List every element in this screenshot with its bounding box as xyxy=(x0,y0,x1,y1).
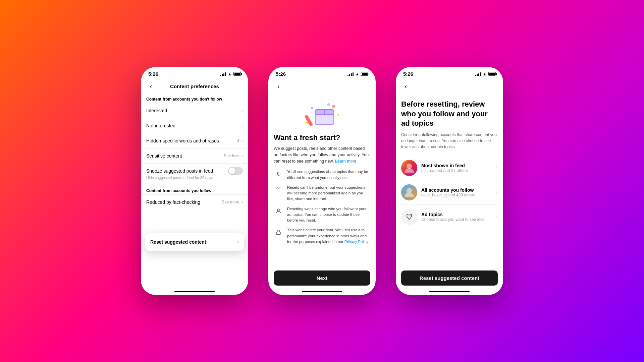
most-shown-info: Most shown in feed pia.in.a.pod and 27 o… xyxy=(421,163,496,173)
all-accounts-item[interactable]: All accounts you follow cake_baker_cj an… xyxy=(401,180,498,205)
chevron-icon-2: › xyxy=(241,123,243,128)
ad-topics-item[interactable]: Ad topics Choose topics you want to see … xyxy=(401,205,498,229)
nav-bar-2: ‹ xyxy=(268,79,376,94)
status-time-3: 5:26 xyxy=(403,71,413,77)
section1-header: Content from accounts you don't follow xyxy=(141,94,248,103)
ad-topics-name: Ad topics xyxy=(421,212,496,217)
hidden-words-right: 4 › xyxy=(237,138,243,143)
account-chevron-2: › xyxy=(496,189,498,195)
feature-text-3: Resetting won't change who you follow or… xyxy=(287,206,370,224)
next-button[interactable]: Next xyxy=(274,270,370,286)
status-bar-1: 5:26 ▲ xyxy=(141,67,248,79)
ad-topics-sub: Choose topics you want to see less xyxy=(421,217,496,222)
battery-icon-1 xyxy=(233,72,241,76)
svg-point-5 xyxy=(332,105,335,108)
all-accounts-sub: cake_baker_cj and 439 others xyxy=(421,193,496,197)
nav-bar-1: ‹ Content preferences xyxy=(141,79,248,94)
phone2-content: Want a fresh start? We suggest posts, re… xyxy=(268,94,376,291)
back-button-1[interactable]: ‹ xyxy=(146,81,156,91)
all-accounts-name: All accounts you follow xyxy=(421,187,496,193)
status-icons-2: ▲ xyxy=(347,72,368,76)
fresh-start-desc: We suggest posts, reels and other conten… xyxy=(274,145,370,164)
chevron-icon-4: › xyxy=(241,153,243,159)
wifi-icon-3: ▲ xyxy=(483,72,487,76)
svg-point-6 xyxy=(311,107,313,109)
signal-icon-3 xyxy=(475,72,481,76)
back-arrow-icon-2: ‹ xyxy=(277,83,280,89)
status-icons-3: ▲ xyxy=(475,72,496,76)
fresh-start-title: Want a fresh start? xyxy=(274,133,370,142)
feature-list: ↻ You'll see suggestions about topics th… xyxy=(274,169,370,266)
svg-point-9 xyxy=(277,209,279,211)
see-more-label: See more xyxy=(222,200,239,204)
fresh-start-illustration xyxy=(302,100,342,128)
home-indicator-2 xyxy=(302,291,342,292)
interested-right: › xyxy=(241,108,243,113)
privacy-policy-link[interactable]: Privacy Policy xyxy=(344,240,368,244)
wifi-icon-2: ▲ xyxy=(355,72,359,76)
chevron-icon-3: › xyxy=(241,138,243,143)
phone-2: 5:26 ▲ ‹ xyxy=(268,67,376,295)
chevron-icon: › xyxy=(241,108,243,113)
chevron-icon-6: › xyxy=(241,199,243,205)
learn-more-link[interactable]: Learn more. xyxy=(335,159,358,164)
phone3-content: Before resetting, review who you follow … xyxy=(396,94,503,291)
hidden-words-badge: 4 xyxy=(237,138,239,143)
snooze-item[interactable]: Snooze suggested posts in feed Hide sugg… xyxy=(141,163,248,183)
fact-checking-label: Reduced by fact-checking xyxy=(146,199,200,205)
status-bar-2: 5:26 ▲ xyxy=(268,67,376,79)
review-desc: Consider unfollowing accounts that share… xyxy=(401,132,498,150)
snooze-toggle[interactable] xyxy=(228,167,243,175)
reset-suggested-item[interactable]: Reset suggested content › xyxy=(145,233,244,251)
feature-text-1: You'll see suggestions about topics that… xyxy=(287,169,370,181)
lock-icon xyxy=(274,228,283,237)
status-icons-1: ▲ xyxy=(220,72,241,76)
back-button-2[interactable]: ‹ xyxy=(274,81,283,91)
status-time-1: 5:26 xyxy=(148,71,158,77)
svg-point-12 xyxy=(407,164,412,169)
snooze-label: Snooze suggested posts in feed xyxy=(146,168,213,174)
fact-checking-item[interactable]: Reduced by fact-checking See more › xyxy=(141,194,248,209)
feature-item-3: Resetting won't change who you follow or… xyxy=(274,206,370,224)
see-less-label: See less xyxy=(224,154,239,158)
status-bar-3: 5:26 ▲ xyxy=(396,67,503,79)
person-icon xyxy=(274,206,283,216)
status-time-2: 5:26 xyxy=(276,71,286,77)
most-shown-sub: pia.in.a.pod and 27 others xyxy=(421,168,496,173)
svg-rect-10 xyxy=(276,232,280,235)
most-shown-item[interactable]: Most shown in feed pia.in.a.pod and 27 o… xyxy=(401,156,498,180)
svg-point-7 xyxy=(337,114,339,116)
feature-text-4: This won't delete your data. We'll still… xyxy=(287,227,370,245)
review-title: Before resetting, review who you follow … xyxy=(401,100,498,128)
sensitive-content-item[interactable]: Sensitive content See less › xyxy=(141,148,248,163)
feature-item-4: This won't delete your data. We'll still… xyxy=(274,227,370,245)
interested-item[interactable]: Interested › xyxy=(141,103,248,118)
svg-point-14 xyxy=(407,188,412,193)
not-interested-item[interactable]: Not interested › xyxy=(141,118,248,133)
ad-icon xyxy=(401,209,417,225)
wifi-icon-1: ▲ xyxy=(228,72,232,76)
phone-1: 5:26 ▲ ‹ Content preferences Content fro… xyxy=(141,67,248,295)
hidden-words-item[interactable]: Hidden specific words and phrases 4 › xyxy=(141,133,248,148)
avatar-1 xyxy=(401,160,417,176)
page-title-1: Content preferences xyxy=(170,83,219,89)
reset-button[interactable]: Reset suggested content xyxy=(401,270,498,286)
signal-icon-1 xyxy=(220,72,226,76)
ad-topics-info: Ad topics Choose topics you want to see … xyxy=(421,212,496,222)
illustration xyxy=(274,100,370,128)
reset-label: Reset suggested content xyxy=(150,239,206,245)
account-chevron-1: › xyxy=(496,165,498,171)
snooze-sublabel: Hide suggested posts in feed for 30 days xyxy=(146,176,243,180)
avatar-2 xyxy=(401,184,417,200)
not-interested-label: Not interested xyxy=(146,123,175,128)
back-arrow-icon-1: ‹ xyxy=(150,83,152,89)
back-button-3[interactable]: ‹ xyxy=(401,81,411,91)
all-accounts-info: All accounts you follow cake_baker_cj an… xyxy=(421,187,496,197)
account-chevron-3: › xyxy=(496,214,498,220)
signal-icon-2 xyxy=(347,72,354,76)
feature-text-2: Resets can't be undone, but your suggest… xyxy=(287,185,370,202)
svg-rect-3 xyxy=(304,115,313,126)
heart-icon: ♡ xyxy=(274,185,283,194)
phone1-content: ‹ Content preferences Content from accou… xyxy=(141,79,248,291)
sensitive-right: See less › xyxy=(224,153,243,159)
